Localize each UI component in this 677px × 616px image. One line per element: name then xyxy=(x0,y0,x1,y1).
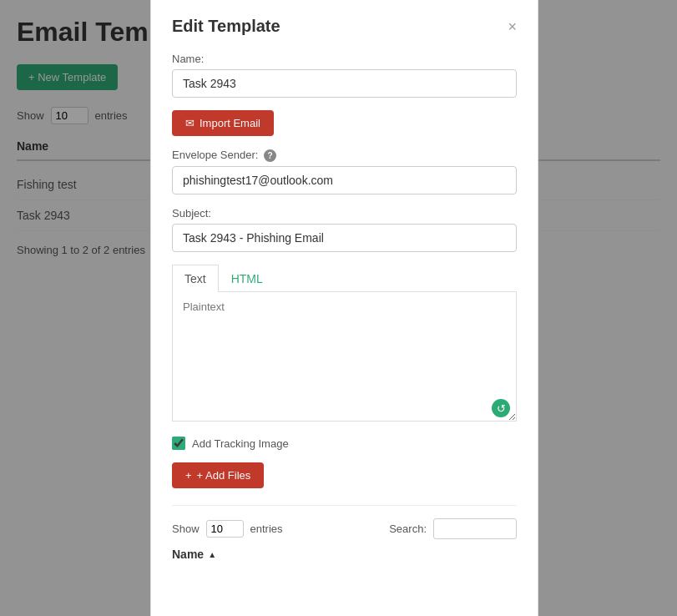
subject-label: Subject: xyxy=(172,207,517,220)
tracking-row: Add Tracking Image xyxy=(172,437,517,450)
name-input[interactable] xyxy=(172,69,517,98)
modal-header: Edit Template × xyxy=(172,17,517,36)
add-files-button[interactable]: + + Add Files xyxy=(172,462,264,488)
subject-form-group: Subject: xyxy=(172,207,517,252)
info-icon: ? xyxy=(264,149,276,162)
bottom-show-input[interactable] xyxy=(206,520,244,538)
import-email-label: Import Email xyxy=(200,117,260,129)
import-email-button[interactable]: ✉ Import Email xyxy=(172,110,274,136)
modal-bottom-bar: Show entries Search: xyxy=(172,505,517,539)
name-column-label: Name xyxy=(172,548,204,561)
search-input[interactable] xyxy=(433,518,517,539)
tracking-checkbox[interactable] xyxy=(172,437,185,450)
search-row: Search: xyxy=(389,518,517,539)
add-files-label: + Add Files xyxy=(197,469,251,482)
bottom-table-header: Name ▲ xyxy=(172,539,517,561)
modal-title: Edit Template xyxy=(172,17,280,36)
envelope-sender-label: Envelope Sender: ? xyxy=(172,149,517,162)
envelope-sender-input[interactable] xyxy=(172,166,517,194)
envelope-icon: ✉ xyxy=(185,117,195,129)
subject-input[interactable] xyxy=(172,224,517,252)
bottom-show-row: Show entries xyxy=(172,520,283,538)
tracking-label: Add Tracking Image xyxy=(192,437,289,450)
textarea-wrapper: ↺ xyxy=(172,292,517,424)
tab-text[interactable]: Text xyxy=(172,265,219,292)
refresh-icon[interactable]: ↺ xyxy=(492,399,510,417)
tab-html[interactable]: HTML xyxy=(219,265,275,292)
name-form-group: Name: xyxy=(172,53,517,98)
sort-arrow-icon: ▲ xyxy=(208,550,216,559)
tabs-container: Text HTML xyxy=(172,265,517,292)
name-label: Name: xyxy=(172,53,517,65)
modal-close-button[interactable]: × xyxy=(508,19,517,34)
plus-icon: + xyxy=(185,469,192,482)
plaintext-textarea[interactable] xyxy=(172,292,517,422)
bottom-show-label: Show xyxy=(172,523,200,535)
envelope-sender-form-group: Envelope Sender: ? xyxy=(172,149,517,194)
edit-template-modal: Edit Template × Name: ✉ Import Email Env… xyxy=(150,0,538,616)
bottom-entries-label: entries xyxy=(250,523,283,535)
search-label: Search: xyxy=(389,523,427,535)
